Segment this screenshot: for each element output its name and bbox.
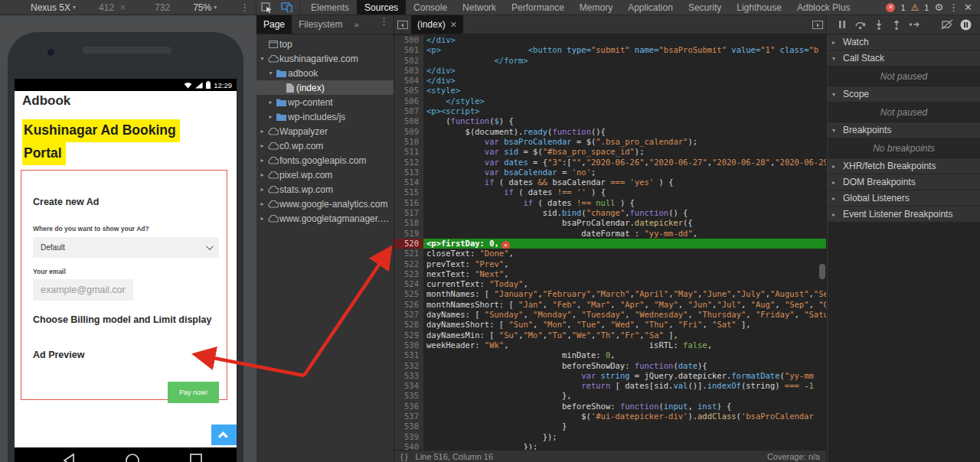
expander-closed-icon[interactable]: ▸ — [258, 157, 266, 164]
tree-item-top[interactable]: top — [256, 37, 394, 51]
tree-item-kushinagarlive-com[interactable]: ▾kushinagarlive.com — [256, 51, 394, 66]
line-number[interactable]: 514 — [394, 177, 423, 187]
expander-closed-icon[interactable]: ▸ — [258, 171, 266, 178]
line-number[interactable]: 533 — [394, 371, 423, 381]
tab-console[interactable]: Console — [406, 0, 455, 15]
line-number[interactable]: 534 — [394, 381, 423, 391]
android-recents-button[interactable] — [189, 453, 203, 462]
section-xhr-fetch-breakpoints[interactable]: ▸XHR/fetch Breakpoints — [828, 158, 980, 174]
line-number[interactable]: 523 — [394, 269, 423, 279]
expander-open-icon[interactable]: ▾ — [266, 70, 275, 76]
line-number[interactable]: 522 — [394, 259, 423, 269]
line-number[interactable]: 511 — [394, 147, 423, 157]
line-number[interactable]: 531 — [394, 350, 423, 360]
tree-item--index-[interactable]: (index) — [256, 80, 394, 95]
line-number[interactable]: 536 — [394, 402, 423, 412]
editor-tab-index[interactable]: (index) ✕ — [411, 15, 463, 34]
expander-closed-icon[interactable]: ▸ — [258, 215, 266, 222]
tree-item-wappalyzer[interactable]: ▸Wappalyzer — [256, 124, 394, 138]
step-icon[interactable] — [909, 19, 920, 30]
line-number[interactable]: 502 — [394, 56, 423, 66]
pretty-print-icon[interactable]: { } — [400, 452, 408, 461]
line-number[interactable]: 538 — [394, 421, 423, 431]
tree-item-adbook[interactable]: ▾adbook — [256, 66, 394, 80]
line-number[interactable]: 537 — [394, 412, 423, 421]
tree-item-stats-wp-com[interactable]: ▸stats.wp.com — [256, 182, 394, 197]
tree-item-c0-wp-com[interactable]: ▸c0.wp.com — [256, 138, 394, 153]
line-number[interactable]: 510 — [394, 137, 423, 147]
step-over-icon[interactable] — [854, 19, 867, 30]
scroll-to-top-button[interactable] — [211, 425, 237, 445]
step-into-icon[interactable] — [874, 19, 884, 30]
tab-performance[interactable]: Performance — [504, 0, 572, 15]
tree-item-fonts-googleapis-com[interactable]: ▸fonts.googleapis.com — [256, 153, 394, 168]
line-number[interactable]: 529 — [394, 330, 423, 340]
android-back-button[interactable] — [62, 453, 76, 462]
tree-item-wp-content[interactable]: ▸wp-content — [256, 95, 394, 109]
line-number[interactable]: 521 — [394, 249, 423, 259]
line-number[interactable]: 513 — [394, 168, 423, 177]
line-number[interactable]: 506 — [394, 96, 423, 106]
more-tabs-icon[interactable]: » — [349, 15, 363, 34]
line-number[interactable]: 516 — [394, 198, 423, 208]
tab-security[interactable]: Security — [681, 0, 729, 15]
email-field[interactable] — [33, 279, 133, 301]
warning-badge-icon[interactable]: ⚠ — [911, 3, 920, 12]
inspect-element-icon[interactable] — [259, 2, 274, 14]
line-number[interactable]: 505 — [394, 86, 423, 96]
expander-closed-icon[interactable]: ▸ — [266, 99, 275, 106]
more-menu-icon[interactable]: ⋮ — [949, 2, 959, 13]
line-number[interactable]: 518 — [394, 218, 423, 228]
line-number[interactable]: 503 — [394, 66, 423, 76]
error-count[interactable]: 1 — [900, 3, 905, 12]
device-select[interactable]: Nexus 5X — [31, 2, 70, 13]
tab-filesystem[interactable]: Filesystem — [292, 15, 349, 34]
line-number[interactable]: 535 — [394, 391, 423, 401]
line-number[interactable]: 500 — [394, 35, 423, 45]
line-number[interactable]: 508 — [394, 116, 423, 126]
device-toolbar-menu-icon[interactable]: ⋮ — [240, 2, 250, 13]
section-event-listener-breakpoints[interactable]: ▸Event Listener Breakpoints — [828, 207, 980, 223]
line-number[interactable]: 515 — [394, 187, 423, 197]
line-number[interactable]: 507 — [394, 106, 423, 116]
step-out-icon[interactable] — [891, 19, 902, 30]
line-number[interactable]: 501 — [394, 45, 423, 55]
section-breakpoints[interactable]: ▾Breakpoints — [828, 122, 980, 138]
show-debugger-icon[interactable] — [809, 15, 826, 34]
android-home-button[interactable] — [125, 453, 140, 462]
expander-closed-icon[interactable]: ▸ — [258, 200, 266, 207]
expander-closed-icon[interactable]: ▸ — [258, 186, 266, 193]
error-badge-icon[interactable]: × — [886, 3, 895, 12]
hide-navigator-icon[interactable] — [394, 15, 411, 34]
line-number[interactable]: 532 — [394, 361, 423, 371]
ad-space-select[interactable]: Default — [33, 237, 219, 258]
line-number[interactable]: 504 — [394, 76, 423, 86]
section-global-listeners[interactable]: ▸Global Listeners — [828, 190, 980, 207]
line-number[interactable]: 517 — [394, 208, 423, 218]
error-marker-icon[interactable]: × — [501, 241, 510, 249]
section-dom-breakpoints[interactable]: ▸DOM Breakpoints — [828, 174, 980, 190]
line-number[interactable]: 519 — [394, 229, 423, 239]
line-number[interactable]: 530 — [394, 340, 423, 350]
device-width-field[interactable]: 412 — [99, 2, 114, 13]
close-icon[interactable]: ✕ — [964, 2, 972, 13]
close-tab-icon[interactable]: ✕ — [450, 20, 457, 30]
tab-page[interactable]: Page — [256, 15, 292, 34]
code-editor[interactable]: 500</div>501<p> <button type="submit" na… — [394, 35, 826, 450]
pause-script-icon[interactable] — [837, 19, 848, 30]
expander-closed-icon[interactable]: ▸ — [258, 128, 266, 135]
expander-open-icon[interactable]: ▾ — [258, 55, 266, 62]
line-number[interactable]: 528 — [394, 320, 423, 330]
tab-memory[interactable]: Memory — [572, 0, 620, 15]
line-number[interactable]: 526 — [394, 300, 423, 310]
tree-item-www-googletagmanager-com[interactable]: ▸www.googletagmanager.com — [256, 211, 394, 226]
expander-closed-icon[interactable]: ▸ — [266, 113, 275, 120]
expander-closed-icon[interactable]: ▸ — [258, 142, 266, 149]
line-number[interactable]: 520 — [394, 239, 423, 249]
tree-item-pixel-wp-com[interactable]: ▸pixel.wp.com — [256, 168, 394, 182]
tab-elements[interactable]: Elements — [303, 0, 357, 15]
tab-application[interactable]: Application — [620, 0, 681, 15]
tab-adblock-plus[interactable]: Adblock Plus — [789, 0, 858, 15]
section-call-stack[interactable]: ▾Call Stack — [828, 50, 980, 67]
line-number[interactable]: 524 — [394, 279, 423, 289]
